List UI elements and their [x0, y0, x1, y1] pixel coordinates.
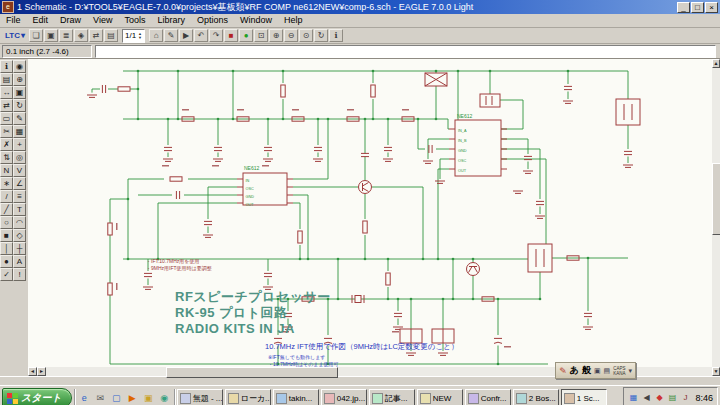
- tool-bus-button[interactable]: │: [0, 242, 13, 255]
- tool-mirror-button[interactable]: ⇄: [0, 99, 13, 112]
- start-button[interactable]: スタート: [2, 388, 72, 405]
- tray-volume-icon[interactable]: ◀: [641, 393, 651, 403]
- tool-rotate-button[interactable]: ↻: [13, 99, 26, 112]
- tool-paste-button[interactable]: ▦: [13, 125, 26, 138]
- tool-move-button[interactable]: ↔: [0, 86, 13, 99]
- toolbar-redraw-icon[interactable]: ↻: [314, 29, 328, 42]
- schematic-note-blue-1[interactable]: ※IFT無しでも動作します: [268, 354, 325, 360]
- menu-item-edit[interactable]: Edit: [27, 14, 55, 27]
- menu-item-view[interactable]: View: [87, 14, 118, 27]
- tool-cut-button[interactable]: ✂: [0, 125, 13, 138]
- taskbar-clock[interactable]: 8:46: [693, 393, 713, 403]
- toolbar-redo-icon[interactable]: ↷: [209, 29, 223, 42]
- menu-item-draw[interactable]: Draw: [54, 14, 87, 27]
- tray-network-icon[interactable]: ▤: [667, 393, 677, 403]
- taskbar-button-untitled-paint[interactable]: 無題 - ...: [177, 389, 223, 405]
- taskbar-button-boss[interactable]: 2 Bos...: [513, 389, 559, 405]
- ime-input-mode[interactable]: あ: [570, 364, 579, 377]
- tool-info-button[interactable]: ℹ: [0, 60, 13, 73]
- sheet-spinner[interactable]: ▲ ▼: [138, 32, 142, 40]
- quicklaunch-internet-explorer-icon[interactable]: e: [77, 391, 92, 405]
- toolbar-info-icon[interactable]: ℹ: [329, 29, 343, 42]
- ltc-toolbar-button[interactable]: LTC ▾: [2, 31, 28, 40]
- ic2-label[interactable]: NE612: [244, 165, 260, 171]
- schematic-title-line3[interactable]: RADIO KITS IN JA: [175, 321, 295, 336]
- toolbar-save-icon[interactable]: ▣: [44, 29, 58, 42]
- toolbar-zoom-in-icon[interactable]: ⊕: [269, 29, 283, 42]
- menu-item-help[interactable]: Help: [278, 14, 309, 27]
- sheet-selector[interactable]: 1/1 ▲ ▼: [122, 29, 145, 43]
- tool-label-button[interactable]: A: [13, 255, 26, 268]
- schematic-note-red-1[interactable]: ・IFT:10.7MHz用を使用: [146, 258, 199, 265]
- tool-wire-button[interactable]: ╱: [0, 203, 13, 216]
- tool-errors-button[interactable]: !: [13, 268, 26, 281]
- ime-tools-icon[interactable]: ▣: [594, 367, 601, 375]
- tool-copy-button[interactable]: ▣: [13, 86, 26, 99]
- taskbar-button-new[interactable]: NEW: [417, 389, 463, 405]
- tool-rect-button[interactable]: ■: [0, 229, 13, 242]
- toolbar-go-icon[interactable]: ●: [239, 29, 253, 42]
- tool-display-button[interactable]: ▤: [0, 73, 13, 86]
- tray-ime-tray-icon[interactable]: J: [680, 393, 690, 403]
- toolbar-zoom-fit-icon[interactable]: ⊡: [254, 29, 268, 42]
- ime-collapse-icon[interactable]: ▾: [628, 367, 632, 375]
- tool-pinswap-button[interactable]: ⇅: [0, 151, 13, 164]
- taskbar-button-takin[interactable]: takin...: [273, 389, 319, 405]
- schematic-note-main[interactable]: 10.7MHz IFT使用で作図（9MHz時はLC定数変更のこと）: [265, 342, 458, 351]
- tool-add-button[interactable]: +: [13, 138, 26, 151]
- toolbar-switch-to-board-icon[interactable]: ⇄: [89, 29, 103, 42]
- tool-polygon-button[interactable]: ◇: [13, 229, 26, 242]
- toolbar-script-icon[interactable]: ✎: [164, 29, 178, 42]
- ime-conversion-mode[interactable]: 般: [582, 364, 591, 377]
- scroll-up-icon[interactable]: ▲: [712, 59, 720, 68]
- minimize-button[interactable]: _: [677, 2, 690, 13]
- toolbar-cam-icon[interactable]: ◈: [74, 29, 88, 42]
- toolbar-zoom-select-icon[interactable]: ⊙: [299, 29, 313, 42]
- vscroll-track[interactable]: [712, 68, 720, 367]
- toolbar-sheets-icon[interactable]: ▤: [104, 29, 118, 42]
- schematic-canvas[interactable]: RFスピーチプロセッサー RK-95 プロト回路 RADIO KITS IN J…: [28, 59, 712, 367]
- tool-circle-button[interactable]: ○: [0, 216, 13, 229]
- maximize-button[interactable]: □: [691, 2, 704, 13]
- quicklaunch-show-desktop-icon[interactable]: ▢: [109, 391, 124, 405]
- quicklaunch-media-player-icon[interactable]: ▶: [125, 391, 140, 405]
- vscroll-thumb[interactable]: [712, 163, 720, 235]
- toolbar-print-icon[interactable]: ≣: [59, 29, 73, 42]
- menu-item-tools[interactable]: Tools: [118, 14, 151, 27]
- taskbar-button-schematic[interactable]: 1 Sc...: [561, 389, 607, 405]
- menu-item-library[interactable]: Library: [151, 14, 191, 27]
- quicklaunch-mail-icon[interactable]: ✉: [93, 391, 108, 405]
- tool-delete-button[interactable]: ✗: [0, 138, 13, 151]
- scroll-left-icon[interactable]: ◄: [28, 367, 37, 376]
- tool-group-button[interactable]: ▭: [0, 112, 13, 125]
- tool-net-button[interactable]: ┼: [13, 242, 26, 255]
- hscroll-thumb[interactable]: [166, 367, 338, 378]
- ime-pen-icon[interactable]: ✎: [559, 366, 567, 376]
- tool-arc-button[interactable]: ◠: [13, 216, 26, 229]
- toolbar-open-icon[interactable]: ❏: [29, 29, 43, 42]
- vertical-scrollbar[interactable]: ▲ ▼: [712, 59, 720, 376]
- tray-antivirus-icon[interactable]: ◆: [654, 393, 664, 403]
- tool-erc-button[interactable]: ✓: [0, 268, 13, 281]
- tool-split-button[interactable]: /: [0, 190, 13, 203]
- toolbar-stop-icon[interactable]: ■: [224, 29, 238, 42]
- tool-mark-button[interactable]: ⊕: [13, 73, 26, 86]
- scroll-down-icon[interactable]: ▼: [712, 367, 720, 376]
- schematic-title-line1[interactable]: RFスピーチプロセッサー: [175, 289, 331, 304]
- tool-show-button[interactable]: ◉: [13, 60, 26, 73]
- taskbar-button-kiji[interactable]: 記事...: [369, 389, 415, 405]
- tool-invoke-button[interactable]: ≡: [13, 190, 26, 203]
- tool-miter-button[interactable]: ∠: [13, 177, 26, 190]
- menu-item-file[interactable]: File: [0, 14, 27, 27]
- ime-pad-icon[interactable]: ▤: [604, 367, 611, 375]
- close-button[interactable]: ×: [705, 2, 718, 13]
- tool-text-button[interactable]: T: [13, 203, 26, 216]
- toolbar-undo-icon[interactable]: ↶: [194, 29, 208, 42]
- taskbar-button-042jp[interactable]: 042.jp...: [321, 389, 367, 405]
- schematic-title-line2[interactable]: RK-95 プロト回路: [175, 305, 288, 320]
- toolbar-use-library-icon[interactable]: ⌂: [149, 29, 163, 42]
- ic1-label[interactable]: NE612: [457, 113, 473, 119]
- scroll-right-icon[interactable]: ►: [37, 367, 46, 376]
- tool-replace-button[interactable]: ◎: [13, 151, 26, 164]
- tool-junction-button[interactable]: ●: [0, 255, 13, 268]
